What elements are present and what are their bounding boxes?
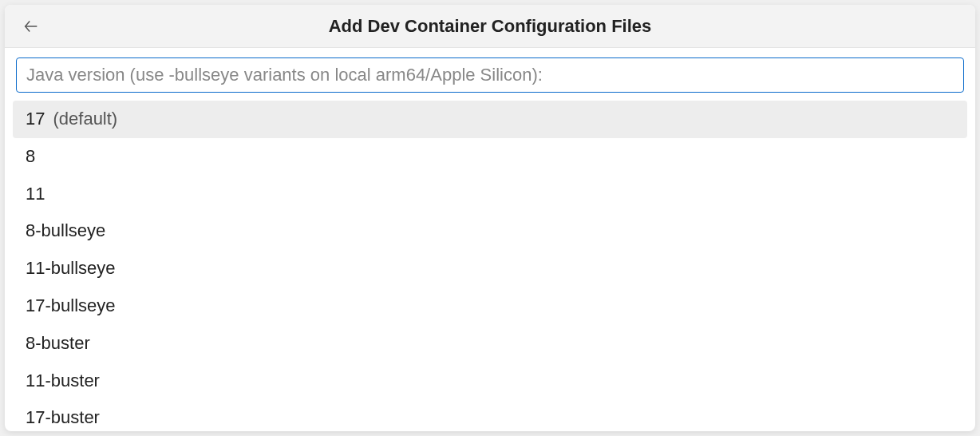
arrow-left-icon (22, 18, 40, 35)
option-label: 11-bullseye (26, 256, 116, 281)
option-label: 17 (26, 107, 45, 132)
option-label: 8-buster (26, 331, 90, 356)
panel-title: Add Dev Container Configuration Files (329, 16, 652, 37)
option-hint: (default) (53, 107, 117, 132)
option-label: 17-bullseye (26, 294, 116, 319)
option-item[interactable]: 11 (13, 176, 967, 213)
search-input[interactable] (16, 57, 964, 93)
option-label: 8 (26, 145, 35, 169)
option-item[interactable]: 8-buster (13, 325, 967, 363)
option-item[interactable]: 11-bullseye (13, 250, 967, 287)
option-item[interactable]: 17-buster (13, 399, 967, 431)
option-label: 17-buster (26, 406, 100, 430)
option-label: 11 (26, 182, 45, 207)
option-item[interactable]: 11-buster (13, 363, 967, 400)
option-item[interactable]: 17(default) (13, 101, 967, 138)
option-item[interactable]: 8-bullseye (13, 212, 967, 250)
quickpick-panel: Add Dev Container Configuration Files 17… (5, 5, 975, 431)
option-item[interactable]: 8 (13, 138, 967, 176)
options-list: 17(default)8118-bullseye11-bullseye17-bu… (5, 101, 975, 431)
search-container (5, 48, 975, 101)
option-label: 8-bullseye (26, 219, 105, 244)
header: Add Dev Container Configuration Files (5, 5, 975, 48)
option-item[interactable]: 17-bullseye (13, 287, 967, 325)
back-button[interactable] (19, 14, 43, 38)
option-label: 11-buster (26, 369, 100, 394)
